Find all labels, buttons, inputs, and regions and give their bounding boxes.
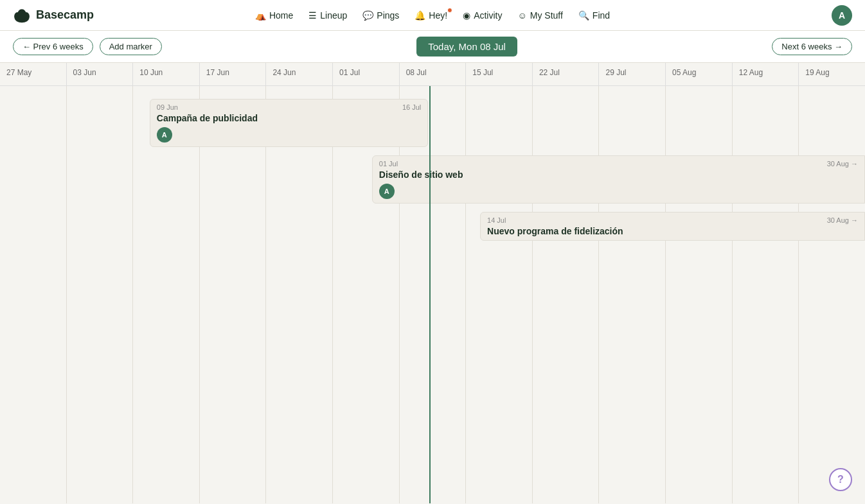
bar-end-date: 16 Jul [402, 103, 421, 111]
toolbar-left: ← Prev 6 weeks Add marker [13, 38, 162, 55]
nav-find-label: Find [593, 10, 610, 21]
nav-hey[interactable]: 🔔 Hey! [408, 6, 454, 24]
nav-center: ⛺ Home ☰ Lineup 💬 Pings 🔔 Hey! ◉ Activit… [249, 6, 616, 24]
logo-icon [13, 6, 31, 24]
week-header: 29 Jul [598, 63, 665, 85]
nav-logo-area: Basecamp [13, 6, 94, 24]
logo-link[interactable]: Basecamp [13, 6, 94, 24]
week-header: 05 Aug [665, 63, 732, 85]
bar-avatar: A [157, 127, 172, 143]
week-column [598, 86, 665, 503]
week-column [732, 86, 799, 503]
bar-title: Campaña de publicidad [157, 113, 421, 123]
help-button[interactable]: ? [829, 468, 852, 491]
prev-weeks-button[interactable]: ← Prev 6 weeks [13, 38, 93, 55]
week-column [66, 86, 133, 503]
nav-home-label: Home [269, 10, 293, 21]
nav-home[interactable]: ⛺ Home [249, 6, 299, 24]
bar-start-date: 09 Jun [157, 103, 178, 111]
svg-point-3 [17, 9, 26, 20]
week-column [0, 86, 66, 503]
bar-dates: 09 Jun16 Jul [157, 103, 421, 111]
bar-start-date: 14 Jul [487, 216, 506, 224]
week-header: 12 Aug [732, 63, 799, 85]
week-column [332, 86, 399, 503]
timeline-toolbar: ← Prev 6 weeks Add marker Today, Mon 08 … [0, 31, 865, 63]
nav-right: A [832, 5, 852, 26]
bar-start-date: 01 Jul [379, 160, 398, 168]
nav-lineup-label: Lineup [320, 10, 347, 21]
week-column [132, 86, 199, 503]
nav-activity-label: Activity [474, 10, 502, 21]
bar-avatar: A [379, 184, 395, 199]
project-bar[interactable]: 01 Jul30 Aug →Diseño de sitio webA [372, 155, 865, 204]
timeline-grid: 09 Jun16 JulCampaña de publicidadA01 Jul… [0, 86, 865, 503]
activity-icon: ◉ [463, 10, 470, 21]
nav-pings-label: Pings [377, 10, 399, 21]
today-line [429, 86, 431, 503]
logo-text: Basecamp [36, 8, 94, 22]
bar-title: Diseño de sitio web [379, 169, 858, 180]
week-headers: 27 May03 Jun10 Jun17 Jun24 Jun01 Jul08 J… [0, 63, 865, 86]
week-header: 27 May [0, 63, 66, 85]
next-weeks-button[interactable]: Next 6 weeks → [772, 38, 852, 55]
nav-lineup[interactable]: ☰ Lineup [302, 6, 353, 24]
bar-dates: 01 Jul30 Aug → [379, 160, 858, 168]
bar-dates: 14 Jul30 Aug → [487, 216, 858, 224]
project-bar[interactable]: 14 Jul30 Aug →Nuevo programa de fideliza… [480, 212, 865, 241]
user-avatar[interactable]: A [832, 5, 852, 26]
today-date: , Mon 08 Jul [453, 41, 506, 52]
week-header: 24 Jun [265, 63, 332, 85]
find-icon: 🔍 [578, 10, 589, 21]
week-column [532, 86, 599, 503]
add-marker-button[interactable]: Add marker [100, 38, 162, 55]
week-header: 17 Jun [199, 63, 266, 85]
week-column [465, 86, 532, 503]
lineup-icon: ☰ [308, 10, 317, 21]
bar-title: Nuevo programa de fidelización [487, 226, 858, 236]
week-column [265, 86, 332, 503]
nav-pings[interactable]: 💬 Pings [356, 6, 406, 24]
project-bar[interactable]: 09 Jun16 JulCampaña de publicidadA [150, 99, 428, 147]
hey-icon: 🔔 [415, 10, 425, 21]
timeline: 27 May03 Jun10 Jun17 Jun24 Jun01 Jul08 J… [0, 63, 865, 503]
week-header: 15 Jul [465, 63, 532, 85]
week-column [199, 86, 266, 503]
nav-activity[interactable]: ◉ Activity [456, 6, 508, 24]
week-header: 10 Jun [132, 63, 199, 85]
week-column [665, 86, 732, 503]
nav-hey-label: Hey! [429, 10, 447, 21]
week-header: 19 Aug [798, 63, 865, 85]
pings-icon: 💬 [362, 10, 373, 21]
mystuff-icon: ☺ [517, 10, 526, 21]
hey-notification-dot [447, 8, 452, 13]
bar-end-date: 30 Aug → [827, 216, 858, 224]
week-header: 01 Jul [332, 63, 399, 85]
week-header: 03 Jun [66, 63, 133, 85]
today-button[interactable]: Today, Mon 08 Jul [416, 37, 517, 56]
week-column [399, 86, 466, 503]
week-column [798, 86, 865, 503]
week-header: 08 Jul [399, 63, 466, 85]
week-header: 22 Jul [532, 63, 599, 85]
home-icon: ⛺ [255, 10, 266, 21]
nav-mystuff[interactable]: ☺ My Stuff [511, 6, 569, 24]
nav-mystuff-label: My Stuff [530, 10, 563, 21]
top-nav: Basecamp ⛺ Home ☰ Lineup 💬 Pings 🔔 Hey! … [0, 0, 865, 31]
bar-end-date: 30 Aug → [827, 160, 858, 168]
nav-find[interactable]: 🔍 Find [572, 6, 616, 24]
today-label: Today [428, 41, 453, 52]
